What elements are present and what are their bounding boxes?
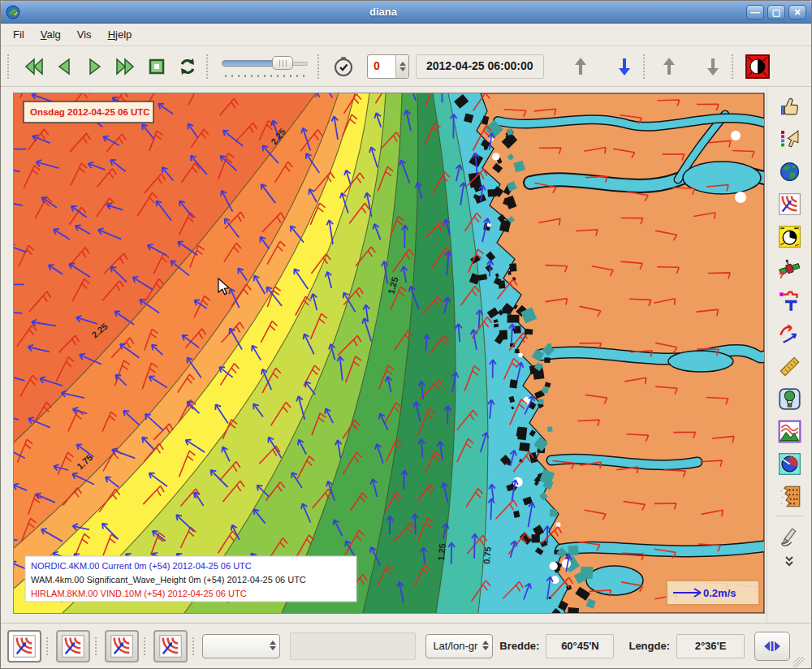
maximize-button[interactable]: ▢ — [767, 5, 785, 19]
observations-icon — [110, 634, 134, 658]
toolbar-handle[interactable] — [206, 54, 214, 79]
dialog-sidebar — [767, 87, 811, 623]
toolbar: 0 2012-04-25 06:00:00 — [1, 46, 811, 87]
rewind-button[interactable] — [18, 52, 49, 81]
sidebar-button-measurements[interactable] — [771, 480, 807, 512]
area-combo[interactable] — [202, 634, 280, 658]
arrow-down-icon — [705, 56, 721, 77]
sidebar-button-observations[interactable] — [771, 188, 807, 220]
observations-icon — [158, 634, 183, 658]
combo-arrows-icon — [482, 639, 489, 654]
minimize-button[interactable]: — — [746, 5, 764, 19]
spinbox-arrows[interactable] — [395, 55, 408, 78]
sidebar-button-measure[interactable] — [771, 350, 807, 382]
dotted-curtain-icon — [778, 485, 801, 508]
sidebar-button-edit-objects[interactable] — [771, 285, 807, 317]
stop-button[interactable] — [141, 52, 172, 81]
step-forward-icon — [114, 57, 138, 76]
rewind-icon — [21, 57, 45, 76]
legend-line: HIRLAM.8KM.00 VIND.10M (+54) 2012-04-25 … — [31, 589, 247, 598]
combo-arrows-icon — [270, 639, 276, 654]
sidebar-more-button[interactable] — [771, 552, 807, 572]
menu-valg[interactable]: Valg — [33, 25, 68, 44]
loop-icon — [178, 57, 197, 76]
menu-vis[interactable]: Vis — [70, 25, 99, 44]
time-slider[interactable] — [222, 53, 309, 80]
toggle-coordinates-button[interactable] — [754, 632, 790, 661]
map-area-button-4[interactable] — [153, 630, 188, 663]
step-forward-button[interactable] — [110, 52, 141, 81]
cross-section-icon — [778, 420, 801, 443]
sidebar-button-quickmenu[interactable] — [771, 90, 807, 123]
app-window: diana — ▢ ✕ Fil Valg Vis Hjelp — [0, 0, 812, 669]
legend-annotation: NORDIC.4KM.00 Current 0m (+54) 2012-04-2… — [25, 556, 356, 602]
observations-icon — [61, 634, 85, 658]
separator — [144, 637, 149, 655]
timer-toggle-button[interactable] — [742, 52, 773, 81]
chevron-double-down-icon — [782, 555, 797, 568]
level-down-button[interactable] — [698, 52, 728, 81]
play-button[interactable] — [80, 52, 110, 81]
time-annotation-text: Onsdag 2012-04-25 06 UTC — [30, 107, 150, 117]
map-canvas[interactable]: 2.25 2.25 1.75 1.25 1.25 0.75 Onsdag 201… — [13, 93, 765, 614]
sidebar-separator — [775, 516, 803, 516]
window-title: diana — [20, 6, 746, 18]
toolbar-handle[interactable] — [317, 54, 325, 79]
latitude-value: 60°45'N — [546, 634, 614, 658]
map-area-button-2[interactable] — [56, 630, 90, 663]
sidebar-button-fields[interactable] — [771, 123, 807, 155]
sidebar-button-satellite[interactable] — [771, 252, 807, 285]
step-back-button[interactable] — [49, 52, 80, 81]
ruler-icon — [778, 355, 801, 378]
contour-label: 1.25 — [436, 543, 447, 561]
app-logo-icon — [6, 5, 20, 19]
latitude-label: Bredde: — [496, 640, 542, 652]
sidebar-button-edit-drawing[interactable] — [771, 520, 807, 552]
arrow-up-icon — [661, 56, 677, 77]
map-area-button-3[interactable] — [105, 630, 139, 663]
scale-annotation: 0.2m/s — [667, 581, 759, 605]
arrow-up-icon — [572, 56, 589, 77]
sidebar-button-timer-product[interactable] — [771, 220, 807, 252]
sidebar-button-trajectories[interactable] — [771, 317, 807, 350]
weather-map[interactable]: 2.25 2.25 1.75 1.25 1.25 0.75 Onsdag 201… — [14, 93, 764, 613]
scale-label: 0.2m/s — [703, 587, 736, 599]
map-area-button-1[interactable] — [7, 630, 41, 663]
toolbar-handle[interactable] — [643, 54, 650, 79]
time-slider-knob[interactable] — [272, 56, 293, 70]
legend-line: NORDIC.4KM.00 Current 0m (+54) 2012-04-2… — [31, 561, 252, 571]
resize-grip[interactable] — [793, 657, 805, 668]
field-select-hand-icon — [779, 128, 801, 150]
time-up-button[interactable] — [565, 52, 596, 81]
stop-icon — [147, 57, 166, 76]
separator — [46, 637, 51, 655]
statusbar-spacer — [290, 632, 416, 660]
level-up-button[interactable] — [654, 52, 685, 81]
titlebar[interactable]: diana — ▢ ✕ — [1, 1, 811, 24]
longitude-value: 2°36'E — [676, 634, 745, 658]
legend-line: WAM.4km.00 Significant_Wave_Height 0m (+… — [31, 575, 306, 585]
close-button[interactable]: ✕ — [788, 5, 806, 19]
wave-spectrum-icon — [778, 452, 801, 476]
weather-objects-icon — [778, 290, 801, 313]
trajectories-icon — [778, 322, 801, 346]
sidebar-button-vertical-crossection[interactable] — [771, 415, 807, 447]
loop-button[interactable] — [172, 52, 203, 81]
pie-timer-icon — [778, 225, 801, 248]
longitude-label: Lengde: — [625, 640, 673, 652]
menu-hjelp[interactable]: Hjelp — [101, 25, 140, 44]
thumbs-up-icon — [779, 96, 801, 118]
sidebar-button-vertical-profiles[interactable] — [771, 382, 807, 415]
menu-fil[interactable]: Fil — [6, 25, 32, 44]
menubar: Fil Valg Vis Hjelp — [1, 24, 811, 46]
timestep-spinbox[interactable]: 0 — [367, 54, 409, 79]
sidebar-button-wave-spectrum[interactable] — [771, 447, 807, 480]
clock-button[interactable] — [328, 52, 359, 81]
separator — [95, 637, 100, 655]
toolbar-handle[interactable] — [732, 54, 739, 79]
grid-type-combo[interactable]: Lat/lon-gr — [425, 634, 493, 658]
sidebar-button-map[interactable] — [771, 155, 807, 188]
separator — [192, 637, 197, 655]
time-down-button[interactable] — [609, 52, 640, 81]
toolbar-handle[interactable] — [7, 54, 15, 79]
